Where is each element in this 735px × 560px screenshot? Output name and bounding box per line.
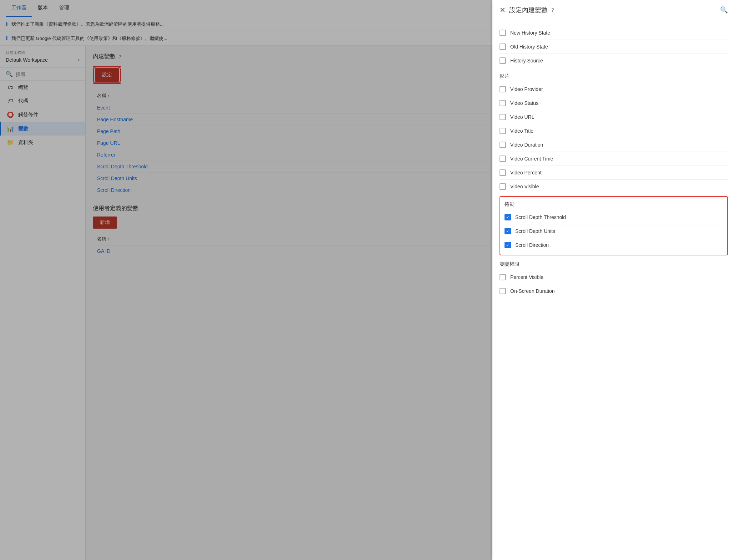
video_visible-checkbox[interactable] — [500, 183, 506, 190]
scroll-checkbox-row: Scroll Depth Threshold — [505, 210, 723, 224]
panel-body: New History State Old History State Hist… — [492, 20, 735, 560]
scroll-checkbox-row: Scroll Depth Units — [505, 224, 723, 238]
right-panel: ✕ 設定內建變數 ? 🔍 New History State Old Histo… — [492, 0, 735, 560]
video_duration-checkbox[interactable] — [500, 142, 506, 148]
scroll_depth_units-label[interactable]: Scroll Depth Units — [515, 228, 555, 234]
on_screen_duration-checkbox[interactable] — [500, 288, 506, 294]
video_percent-label[interactable]: Video Percent — [510, 170, 542, 175]
video_provider-checkbox[interactable] — [500, 86, 506, 92]
panel-header: ✕ 設定內建變數 ? 🔍 — [492, 0, 735, 20]
video-checkbox-row: Video Percent — [500, 166, 728, 180]
scroll-checkbox-row: Scroll Direction — [505, 238, 723, 252]
scroll-section-box: 捲動 Scroll Depth Threshold Scroll Depth U… — [500, 196, 728, 255]
video_provider-label[interactable]: Video Provider — [510, 86, 543, 92]
video_current_time-checkbox[interactable] — [500, 156, 506, 162]
video-section-label: 影片 — [500, 73, 728, 80]
history-checkbox-row: Old History State — [500, 40, 728, 54]
video-checkbox-row: Video Title — [500, 124, 728, 138]
video_status-checkbox[interactable] — [500, 100, 506, 106]
history_source-checkbox[interactable] — [500, 57, 506, 64]
panel-title: 設定內建變數 — [509, 6, 548, 14]
panel-help-icon[interactable]: ? — [551, 7, 554, 13]
video-checkbox-row: Video Status — [500, 96, 728, 110]
video-checkbox-row: Video URL — [500, 110, 728, 124]
video_status-label[interactable]: Video Status — [510, 100, 538, 106]
visibility-checkbox-row: On-Screen Duration — [500, 284, 728, 298]
new_history-checkbox[interactable] — [500, 30, 506, 36]
panel-overlay: ✕ 設定內建變數 ? 🔍 New History State Old Histo… — [0, 0, 735, 560]
video_current_time-label[interactable]: Video Current Time — [510, 156, 553, 162]
scroll_depth_units-checkbox[interactable] — [505, 228, 511, 234]
percent_visible-checkbox[interactable] — [500, 274, 506, 280]
history-section: New History State Old History State Hist… — [500, 26, 728, 67]
history_source-label[interactable]: History Source — [510, 58, 543, 63]
video-section: Video Provider Video Status Video URL Vi… — [500, 82, 728, 193]
scroll_depth_threshold-checkbox[interactable] — [505, 214, 511, 220]
video_percent-checkbox[interactable] — [500, 169, 506, 176]
video_url-checkbox[interactable] — [500, 114, 506, 120]
video-checkbox-row: Video Visible — [500, 180, 728, 193]
history-checkbox-row: History Source — [500, 54, 728, 67]
scroll-section: Scroll Depth Threshold Scroll Depth Unit… — [505, 210, 723, 252]
panel-close-button[interactable]: ✕ — [500, 6, 506, 14]
video_url-label[interactable]: Video URL — [510, 114, 534, 120]
video-checkbox-row: Video Current Time — [500, 152, 728, 166]
video-checkbox-row: Video Duration — [500, 138, 728, 152]
history-checkbox-row: New History State — [500, 26, 728, 40]
visibility-checkbox-row: Percent Visible — [500, 270, 728, 284]
panel-header-actions: 🔍 — [720, 6, 728, 14]
video_visible-label[interactable]: Video Visible — [510, 184, 539, 189]
percent_visible-label[interactable]: Percent Visible — [510, 274, 543, 280]
video_title-checkbox[interactable] — [500, 128, 506, 134]
video_duration-label[interactable]: Video Duration — [510, 142, 543, 148]
visibility-section-label: 瀏覽權限 — [500, 261, 728, 268]
scroll_direction-checkbox[interactable] — [505, 242, 511, 248]
visibility-section: Percent Visible On-Screen Duration — [500, 270, 728, 298]
video-checkbox-row: Video Provider — [500, 82, 728, 96]
new_history-label[interactable]: New History State — [510, 30, 550, 36]
scroll_direction-label[interactable]: Scroll Direction — [515, 242, 549, 248]
old_history-checkbox[interactable] — [500, 44, 506, 50]
on_screen_duration-label[interactable]: On-Screen Duration — [510, 288, 555, 294]
old_history-label[interactable]: Old History State — [510, 44, 548, 50]
scroll_depth_threshold-label[interactable]: Scroll Depth Threshold — [515, 214, 566, 220]
scroll-section-title: 捲動 — [505, 200, 723, 210]
video_title-label[interactable]: Video Title — [510, 128, 533, 134]
panel-search-button[interactable]: 🔍 — [720, 6, 728, 14]
